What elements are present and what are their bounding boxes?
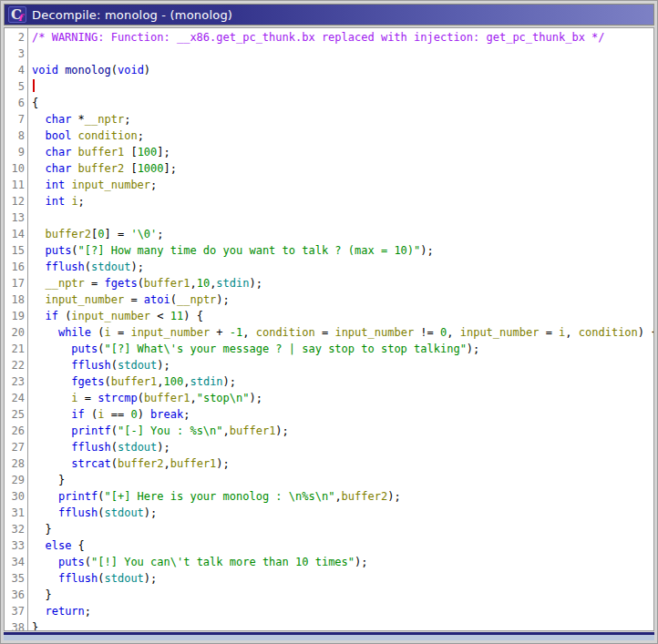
code-token xyxy=(32,392,71,404)
code-token xyxy=(32,490,58,503)
code-token: input_number xyxy=(130,326,210,339)
code-line[interactable]: while (i = input_number + -1, condition … xyxy=(32,324,653,341)
code-token: , xyxy=(242,326,255,339)
code-token: ); xyxy=(387,490,400,503)
code-line[interactable]: fflush(stdout); xyxy=(32,357,653,373)
line-number: 3 xyxy=(5,46,25,62)
code-line[interactable]: char buffer1 [100]; xyxy=(32,144,653,160)
code-token: /* WARNING: Function: __x86.get_pc_thunk… xyxy=(32,31,605,44)
code-line[interactable]: fgets(buffer1,100,stdin); xyxy=(32,373,653,390)
code-token: fflush xyxy=(71,441,110,454)
code-token: stdout xyxy=(105,506,144,519)
code-line[interactable]: } xyxy=(32,521,653,537)
code-line[interactable]: puts("[!] You can\'t talk more than 10 t… xyxy=(32,554,653,570)
code-token: ( xyxy=(138,277,144,290)
code-line[interactable]: int i; xyxy=(32,193,653,210)
code-token: ( xyxy=(58,310,71,322)
code-token: fgets xyxy=(71,375,104,388)
code-token xyxy=(32,457,71,470)
line-number: 36 xyxy=(5,587,25,603)
code-token: buffer1 xyxy=(78,146,125,158)
line-number: 16 xyxy=(5,259,25,275)
line-number: 28 xyxy=(5,455,25,472)
code-line[interactable]: buffer2[0] = '\0'; xyxy=(32,226,653,242)
code-token: ( xyxy=(104,375,110,388)
code-token: ]; xyxy=(164,162,177,175)
code-line[interactable]: } xyxy=(32,587,653,603)
code-token: while xyxy=(58,326,91,339)
code-line[interactable]: input_number = atoi(__nptr); xyxy=(32,291,653,308)
code-line[interactable]: puts("[?] How many time do you want to t… xyxy=(32,242,653,259)
code-line[interactable]: i = strcmp(buffer1,"stop\n"); xyxy=(32,390,653,406)
code-token: buffer2 xyxy=(78,162,125,175)
code-line[interactable]: if (i == 0) break; xyxy=(32,406,653,423)
code-token xyxy=(32,408,71,421)
code-line[interactable]: char buffer2 [1000]; xyxy=(32,160,653,177)
code-line[interactable] xyxy=(32,46,653,62)
code-token: { xyxy=(32,97,38,109)
line-number: 15 xyxy=(5,242,25,259)
code-token xyxy=(32,572,58,585)
code-token: input_number xyxy=(334,326,414,339)
code-line[interactable] xyxy=(32,78,653,95)
code-line[interactable]: } xyxy=(32,619,653,630)
code-token xyxy=(32,162,45,175)
code-line[interactable]: __nptr = fgets(buffer1,10,stdin); xyxy=(32,275,653,291)
code-line[interactable]: /* WARNING: Function: __x86.get_pc_thunk… xyxy=(32,29,653,46)
code-line[interactable]: if (input_number < 11) { xyxy=(32,308,653,324)
code-token: i xyxy=(98,408,104,421)
line-number: 27 xyxy=(5,439,25,455)
code-line[interactable] xyxy=(32,210,653,226)
code-line[interactable]: bool condition; xyxy=(32,128,653,144)
code-token: -1 xyxy=(230,326,242,339)
code-line[interactable]: fflush(stdout); xyxy=(32,505,653,521)
code-token xyxy=(32,244,45,257)
code-token: ] = xyxy=(105,228,131,240)
code-token: i xyxy=(71,392,77,404)
code-token: = xyxy=(124,293,144,306)
code-token: != xyxy=(414,326,440,339)
decompiled-code-area[interactable]: /* WARNING: Function: __x86.get_pc_thunk… xyxy=(28,28,653,630)
code-token: ); xyxy=(130,261,143,273)
code-line[interactable]: return; xyxy=(32,603,653,619)
code-token xyxy=(32,539,45,552)
code-token: , xyxy=(447,326,459,339)
line-number: 7 xyxy=(5,111,25,128)
code-token: 11 xyxy=(170,310,183,322)
code-line[interactable]: } xyxy=(32,472,653,488)
code-token: , xyxy=(565,326,578,339)
line-number: 18 xyxy=(5,291,25,308)
code-token: break xyxy=(150,408,183,421)
code-line[interactable]: fflush(stdout); xyxy=(32,439,653,455)
code-token: [ xyxy=(124,146,137,158)
line-number: 5 xyxy=(5,78,25,95)
code-line[interactable]: strcat(buffer2,buffer1); xyxy=(32,455,653,472)
code-token: ( xyxy=(111,441,118,454)
line-number: 10 xyxy=(5,160,25,177)
code-token: i xyxy=(104,326,110,339)
code-line[interactable]: printf("[-] You : %s\n",buffer1); xyxy=(32,423,653,439)
code-token: ( xyxy=(85,261,91,273)
code-line[interactable]: { xyxy=(32,95,653,111)
line-number: 31 xyxy=(5,505,25,521)
code-token: , xyxy=(157,375,163,388)
code-line[interactable]: else { xyxy=(32,537,653,554)
code-line[interactable]: fflush(stdout); xyxy=(32,259,653,275)
code-token xyxy=(32,146,45,158)
code-token: __nptr xyxy=(45,277,84,290)
decompile-window-titlebar[interactable]: C f Decompile: monolog - (monolog) xyxy=(4,4,654,26)
code-token: fflush xyxy=(71,359,110,372)
code-line[interactable]: printf("[+] Here is your monolog : \n%s\… xyxy=(32,488,653,505)
code-token: "[-] You : %s\n" xyxy=(118,424,223,437)
code-line[interactable]: puts("[?] What\'s your message ? | say s… xyxy=(32,341,653,357)
code-token xyxy=(32,605,45,618)
code-line[interactable]: fflush(stdout); xyxy=(32,570,653,587)
code-token: , xyxy=(190,392,196,404)
code-token xyxy=(32,424,71,437)
code-token: fflush xyxy=(58,506,98,519)
code-line[interactable]: void monolog(void) xyxy=(32,62,653,78)
code-token: ; xyxy=(124,113,130,126)
line-number: 12 xyxy=(5,193,25,210)
code-line[interactable]: int input_number; xyxy=(32,177,653,193)
code-line[interactable]: char *__nptr; xyxy=(32,111,653,128)
